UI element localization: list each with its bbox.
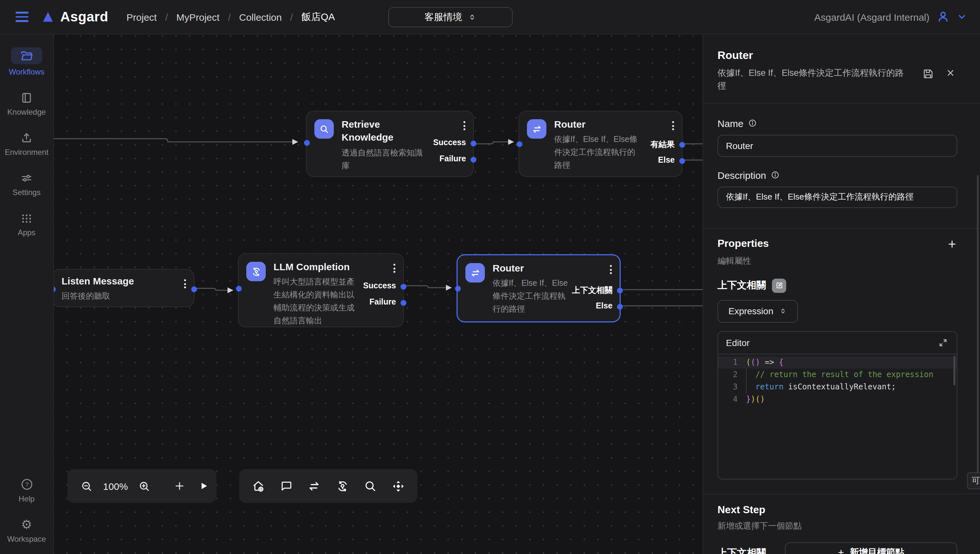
- description-input[interactable]: [717, 186, 957, 208]
- clipped-tooltip: 可: [967, 472, 980, 489]
- zoom-out-icon[interactable]: [78, 478, 95, 494]
- properties-heading: Properties: [717, 238, 769, 250]
- property-type-select[interactable]: Expression: [717, 300, 798, 322]
- gear-icon: ⚙: [21, 518, 32, 531]
- unfold-icon: [779, 307, 787, 315]
- close-icon[interactable]: [944, 67, 957, 79]
- port-label-failure: Failure: [440, 154, 466, 163]
- app-header: Asgard Project / MyProject / Collection …: [0, 0, 980, 34]
- environment-select[interactable]: 客服情境: [388, 7, 513, 27]
- sidebar-item-knowledge[interactable]: Knowledge: [8, 91, 46, 117]
- node-router-selected[interactable]: Router 依據If、Else If、Else條件決定工作流程執行的路徑 上下…: [457, 255, 620, 322]
- sidebar-item-apps[interactable]: Apps: [18, 212, 36, 237]
- port-label-else: Else: [596, 301, 612, 310]
- sidebar-item-workspace[interactable]: ⚙ Workspace: [7, 518, 46, 544]
- save-icon[interactable]: [921, 67, 935, 81]
- router-icon[interactable]: [306, 477, 323, 495]
- move-icon[interactable]: [390, 477, 407, 495]
- comment-icon[interactable]: [278, 478, 295, 494]
- help-circle-icon: ?: [20, 478, 33, 491]
- input-port[interactable]: [304, 140, 309, 145]
- add-icon[interactable]: [172, 478, 188, 494]
- node-menu-icon[interactable]: [462, 120, 467, 132]
- unfold-icon: [468, 13, 476, 21]
- breadcrumb-project[interactable]: Project: [126, 11, 156, 22]
- search-icon: [314, 119, 334, 138]
- port-label-contextually-relevant: 上下文相關: [572, 285, 612, 296]
- node-menu-icon[interactable]: [183, 278, 187, 290]
- breadcrumb-myproject[interactable]: MyProject: [176, 11, 219, 22]
- llm-icon[interactable]: [334, 477, 351, 495]
- input-port[interactable]: [236, 285, 241, 291]
- zoom-in-icon[interactable]: [136, 478, 153, 494]
- node-title: LLM Completion: [274, 261, 395, 274]
- triangle-logo-icon: [41, 10, 54, 23]
- port-label-success: Success: [433, 138, 466, 147]
- output-port-failure[interactable]: [470, 156, 476, 162]
- breadcrumb-collection[interactable]: Collection: [239, 11, 282, 22]
- input-port[interactable]: [455, 285, 461, 291]
- node-menu-icon[interactable]: [671, 120, 676, 132]
- sidebar-item-help[interactable]: ? Help: [19, 478, 34, 503]
- sidebar-item-label: Workflows: [9, 67, 45, 76]
- upload-icon: [20, 132, 33, 145]
- panel-scrollbar[interactable]: [977, 175, 979, 486]
- node-retrieve-knowledge[interactable]: Retrieve Knowledge 透過自然語言檢索知識庫 Success F…: [306, 111, 474, 177]
- output-port-failure[interactable]: [400, 300, 406, 306]
- add-property-button[interactable]: +: [947, 237, 957, 250]
- llm-refresh-bulb-icon: [246, 262, 266, 281]
- description-label: Description: [717, 169, 957, 180]
- name-input[interactable]: [717, 134, 957, 156]
- code-line: 1 (() => {: [718, 356, 957, 368]
- name-label: Name: [717, 118, 957, 129]
- sidebar-item-workflows[interactable]: Workflows: [9, 47, 45, 76]
- expand-icon[interactable]: [937, 337, 949, 348]
- sidebar-item-environment[interactable]: Environment: [5, 132, 49, 157]
- environment-select-label: 客服情境: [424, 11, 462, 23]
- workflow-editor-app: Asgard Project / MyProject / Collection …: [0, 0, 980, 554]
- sidebar-item-label: Help: [19, 494, 34, 503]
- node-menu-icon[interactable]: [392, 263, 397, 274]
- output-port-has-result[interactable]: [679, 142, 685, 147]
- next-step-subheading: 新增或選擇下一個節點: [717, 520, 957, 532]
- node-toolbar: [239, 469, 417, 503]
- panel-subtitle: 依據If、Else If、Else條件決定工作流程執行的路徑: [717, 67, 912, 93]
- node-description: 依據If、Else If、Else條件決定工作流程執行的路徑: [492, 277, 572, 316]
- node-router-top[interactable]: Router 依據If、Else If、Else條件決定工作流程執行的路徑 有結…: [518, 111, 682, 177]
- search-icon[interactable]: [362, 478, 379, 494]
- svg-text:?: ?: [25, 481, 28, 488]
- user-icon[interactable]: [936, 10, 950, 24]
- account-label: AsgardAI (Asgard Internal): [814, 11, 929, 22]
- chevron-down-icon[interactable]: [957, 12, 967, 22]
- output-port[interactable]: [191, 286, 197, 292]
- output-port-success[interactable]: [400, 283, 406, 289]
- app-logo[interactable]: Asgard: [41, 9, 108, 25]
- edit-icon[interactable]: [772, 278, 786, 293]
- output-port-else[interactable]: [617, 304, 623, 309]
- sidebar-item-settings[interactable]: Settings: [13, 172, 41, 197]
- left-sidebar: Workflows Knowledge Environment Settings: [0, 34, 54, 554]
- input-port[interactable]: [516, 141, 522, 147]
- editor-scrollbar[interactable]: [953, 355, 955, 385]
- expression-editor[interactable]: Editor 1 (() => { 2 // return the result…: [717, 331, 957, 479]
- output-port-success[interactable]: [470, 140, 476, 146]
- add-target-node-button[interactable]: + 新增目標節點: [785, 542, 957, 554]
- code-area[interactable]: 1 (() => { 2 // return the result of the…: [718, 354, 957, 405]
- menu-icon[interactable]: [13, 9, 31, 25]
- node-menu-icon[interactable]: [609, 264, 613, 275]
- breadcrumb: Project / MyProject / Collection / 飯店QA: [126, 11, 335, 23]
- breadcrumb-current: 飯店QA: [301, 11, 335, 23]
- play-icon[interactable]: [196, 478, 212, 494]
- sidebar-item-label: Settings: [13, 188, 41, 197]
- zoom-toolbar: 100%: [67, 469, 217, 503]
- sliders-icon: [20, 172, 33, 185]
- node-description: 依據If、Else If、Else條件決定工作流程執行的路徑: [554, 133, 640, 172]
- header-account-area: AsgardAI (Asgard Internal): [814, 10, 967, 24]
- node-llm-completion[interactable]: LLM Completion 呼叫大型語言模型並產生結構化的資料輸出以輔助流程的…: [238, 253, 404, 327]
- node-listen-message[interactable]: Listen Message 回答後的聽取: [52, 269, 194, 307]
- output-port-else[interactable]: [679, 158, 685, 164]
- node-title: Router: [492, 262, 612, 275]
- output-port-contextually-relevant[interactable]: [617, 287, 623, 293]
- add-node-icon[interactable]: [250, 477, 268, 495]
- next-step-row: 上下文相關 + 新增目標節點: [717, 542, 957, 554]
